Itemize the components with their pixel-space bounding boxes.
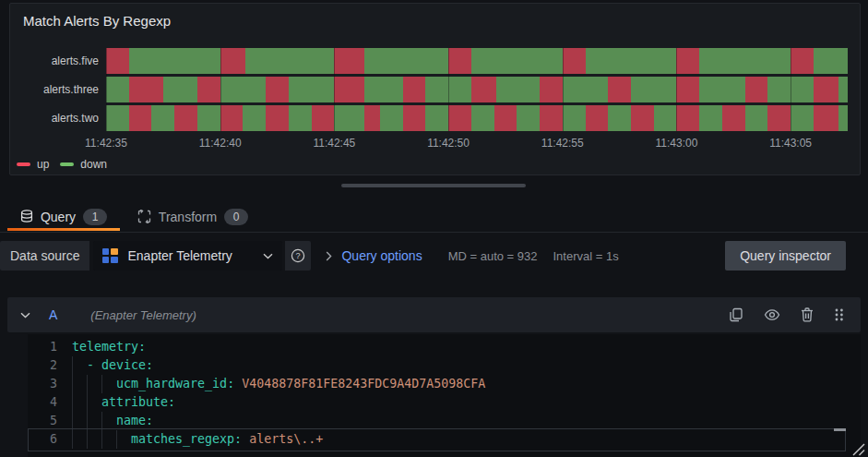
state-segment-up [676,48,699,74]
toggle-visibility-eye-button[interactable] [764,308,780,321]
max-data-points-stat: MD = auto = 932 [448,249,538,263]
legend-up-dash-icon [17,162,30,166]
collapse-chevron-icon[interactable] [20,312,30,319]
state-segment-down [289,105,312,131]
tab-transform-badge: 0 [224,209,248,225]
drag-handle-icon[interactable] [834,307,844,322]
state-segment-down [563,105,586,131]
enapter-datasource-logo-icon [102,248,118,263]
datasource-picker[interactable]: Enapter Telemetry [93,241,282,271]
tab-query-label: Query [41,210,76,224]
state-segment-down [364,48,449,74]
query-options-toggle[interactable]: Query options [326,241,422,271]
state-segment-down [289,77,334,102]
state-segment-up [403,105,426,131]
editor-line: 1telemetry: [28,338,861,356]
state-segment-up [334,48,363,74]
active-tab-underline [7,228,120,231]
line-number: 4 [28,393,57,412]
datasource-label: Data source [0,241,89,271]
database-icon [20,210,33,223]
state-segment-down [838,77,848,102]
state-segment-up [676,105,699,131]
state-segment-up [364,105,380,131]
legend-down-dash-icon [60,162,74,166]
state-segment-up [129,77,163,102]
state-segment-down [380,105,403,131]
code-line-text: telemetry: [72,338,861,356]
legend-item-down[interactable]: down [60,158,107,171]
legend-label: up [37,158,49,171]
state-segment-down [699,105,722,131]
state-segment-up [220,105,244,131]
state-segment-up [745,77,768,102]
state-segment-up [129,105,152,131]
editor-line: 5 name: [28,412,861,430]
pane-splitter-handle[interactable] [341,184,526,187]
state-segment-down [517,105,540,131]
line-number: 5 [28,412,57,430]
state-segment-down [245,48,334,74]
state-segment-down [220,77,266,102]
query-options-summary: MD = auto = 932 Interval = 1s [448,241,619,271]
state-segment-down [814,48,848,74]
interval-stat: Interval = 1s [553,249,619,263]
state-segment-down [699,48,791,74]
x-axis-tick-label: 11:42:45 [313,137,355,150]
timeline-row-label: alerts.five [10,48,106,74]
timeline-row-track [106,48,848,74]
viz-panel: Match Alerts By Regexp alerts.fivealerts… [9,3,861,175]
state-segment-up [563,48,586,74]
timeline-rows: alerts.fivealerts.threealerts.two [10,48,860,134]
state-segment-down [129,48,220,74]
state-segment-down [767,77,813,102]
state-segment-down [151,105,174,131]
x-axis-tick-label: 11:42:55 [541,137,584,150]
tab-transform[interactable]: Transform 0 [127,201,258,232]
state-segment-down [106,105,129,131]
query-datasource-hint: (Enapter Telemetry) [90,308,196,322]
legend-item-up[interactable]: up [17,158,49,171]
x-axis: 11:42:3511:42:4011:42:4511:42:5011:42:55… [106,137,848,151]
question-circle-icon: ? [291,248,305,263]
query-ref-id: A [49,307,57,322]
x-axis-tick-label: 11:42:40 [199,137,242,150]
state-segment-up [448,105,471,131]
state-segment-up [540,105,563,131]
state-segment-up [631,105,654,131]
datasource-help-button[interactable]: ? [285,241,311,271]
timeline-row-track [106,77,848,102]
query-inspector-button[interactable]: Query inspector [725,241,846,271]
query-row-header[interactable]: A (Enapter Telemetry) [7,297,861,332]
code-line-text: matches_regexp: alerts\..+ [72,430,861,449]
state-segment-down [699,77,744,102]
state-segment-down [838,105,848,131]
state-segment-down [608,105,631,131]
state-segment-down [243,105,266,131]
query-options-label: Query options [341,248,422,263]
state-segment-down [745,105,768,131]
delete-query-trash-button[interactable] [801,307,814,322]
duplicate-query-button[interactable] [729,307,743,322]
x-axis-tick-label: 11:43:00 [656,137,698,150]
svg-text:?: ? [296,251,301,260]
code-editor[interactable]: 1telemetry:2 - device:3 ucm_hardware_id:… [28,334,861,457]
state-segment-down [586,48,677,74]
grafana-panel-edit-page: Match Alerts By Regexp alerts.fivealerts… [0,0,868,457]
x-axis-tick-label: 11:42:50 [427,137,470,150]
editor-line: 3 ucm_hardware_id: V4048878F81FE8243FDC9… [28,375,861,393]
state-segment-up [266,105,289,131]
state-segment-down [471,48,563,74]
tab-bar: Query 1 Transform 0 [0,201,868,233]
state-segment-down [364,77,403,102]
state-segment-up [448,48,471,74]
state-segment-up [334,77,363,102]
state-segment-down [631,77,676,102]
state-segment-down [334,105,363,131]
state-segment-up [586,105,609,131]
tab-transform-label: Transform [159,210,217,224]
state-segment-up [676,77,699,102]
state-segment-up [403,77,426,102]
legend: updown [17,158,107,171]
editor-lines: 1telemetry:2 - device:3 ucm_hardware_id:… [28,338,861,449]
